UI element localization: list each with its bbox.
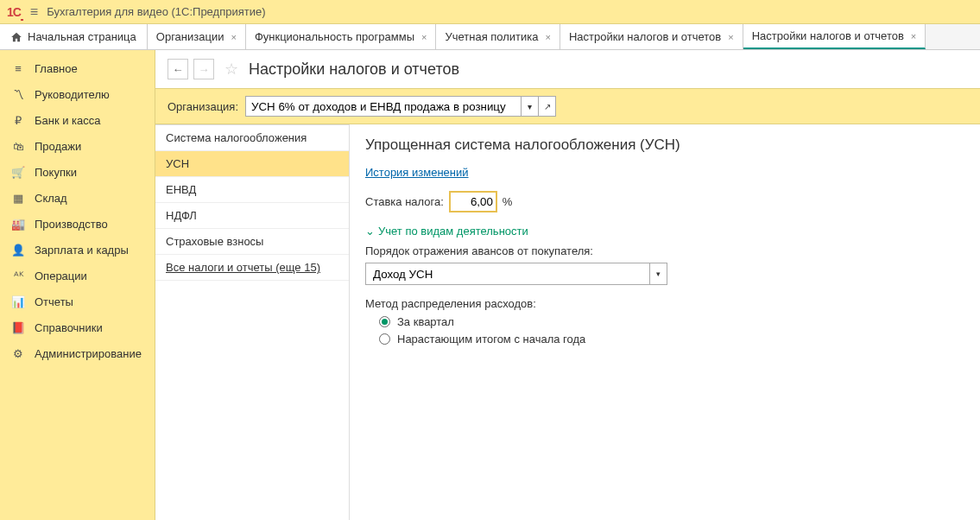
- ops-icon: ᴬᴷ: [10, 269, 26, 282]
- tab-label: Организации: [156, 30, 224, 43]
- sidebar-item-warehouse[interactable]: ▦Склад: [0, 185, 155, 211]
- sidebar-item-operations[interactable]: ᴬᴷОперации: [0, 263, 155, 289]
- gear-icon: ⚙: [10, 346, 26, 360]
- tabs-bar: Начальная страница Организации × Функцио…: [0, 24, 980, 50]
- settings-nav: Система налогообложения УСН ЕНВД НДФЛ Ст…: [155, 124, 350, 520]
- factory-icon: 🏭: [10, 217, 26, 231]
- radio-cumulative-label: Нарастающим итогом с начала года: [397, 333, 585, 346]
- sidebar-item-admin[interactable]: ⚙Администрирование: [0, 340, 155, 366]
- expand-activity-types[interactable]: ⌄ Учет по видам деятельности: [365, 225, 964, 238]
- close-icon[interactable]: ×: [231, 32, 236, 42]
- org-select: ▾ ↗: [245, 96, 556, 117]
- sidebar-label: Операции: [35, 270, 87, 282]
- book-icon: 📕: [10, 320, 26, 334]
- nav-usn[interactable]: УСН: [155, 151, 349, 177]
- nav-all-taxes-link[interactable]: Все налоги и отчеты (еще 15): [155, 255, 349, 281]
- tab-label: Учетная политика: [445, 30, 538, 43]
- sidebar-label: Справочники: [35, 321, 103, 334]
- cart-icon: 🛒: [10, 165, 26, 179]
- main-layout: ≡Главное 〽Руководителю ₽Банк и касса 🛍Пр…: [0, 50, 980, 520]
- home-icon: [10, 31, 22, 43]
- list-icon: ≡: [10, 61, 26, 75]
- sidebar-item-main[interactable]: ≡Главное: [0, 55, 155, 81]
- nav-insurance[interactable]: Страховые взносы: [155, 229, 349, 255]
- rate-input[interactable]: [449, 191, 497, 212]
- close-icon[interactable]: ×: [546, 32, 551, 42]
- bag-icon: 🛍: [10, 139, 26, 153]
- app-title: Бухгалтерия для видео (1С:Предприятие): [47, 5, 265, 18]
- tab-functionality[interactable]: Функциональность программы ×: [246, 24, 437, 49]
- menu-icon[interactable]: ≡: [30, 4, 38, 20]
- sidebar-label: Склад: [35, 192, 67, 205]
- person-icon: 👤: [10, 243, 26, 257]
- tab-accounting-policy[interactable]: Учетная политика ×: [436, 24, 560, 49]
- section-title: Упрощенная система налогообложения (УСН): [365, 136, 964, 154]
- radio-quarter-label: За квартал: [397, 315, 454, 328]
- tab-tax-settings-2[interactable]: Настройки налогов и отчетов ×: [743, 24, 926, 49]
- sidebar-item-catalogs[interactable]: 📕Справочники: [0, 314, 155, 340]
- ruble-icon: ₽: [10, 113, 26, 127]
- title-bar: 1C ≡ Бухгалтерия для видео (1С:Предприят…: [0, 0, 980, 24]
- sidebar-item-bank[interactable]: ₽Банк и касса: [0, 107, 155, 133]
- chart-icon: 〽: [10, 87, 26, 101]
- sidebar-label: Администрирование: [35, 347, 142, 360]
- star-icon[interactable]: ☆: [224, 60, 238, 79]
- nav-forward-button[interactable]: →: [193, 59, 214, 79]
- sidebar: ≡Главное 〽Руководителю ₽Банк и касса 🛍Пр…: [0, 50, 155, 520]
- nav-ndfl[interactable]: НДФЛ: [155, 203, 349, 229]
- logo-1c: 1C: [7, 5, 23, 19]
- method-label: Метод распределения расходов:: [365, 297, 964, 310]
- history-link[interactable]: История изменений: [365, 166, 469, 179]
- nav-tax-system[interactable]: Система налогообложения: [155, 124, 349, 151]
- tab-organizations[interactable]: Организации ×: [148, 24, 246, 49]
- tab-home[interactable]: Начальная страница: [0, 24, 148, 49]
- sidebar-label: Отчеты: [35, 295, 73, 308]
- sidebar-label: Производство: [35, 218, 108, 231]
- tab-label: Функциональность программы: [255, 30, 414, 43]
- advance-dropdown-button[interactable]: ▾: [650, 263, 667, 285]
- rate-label: Ставка налога:: [365, 195, 444, 208]
- rate-row: Ставка налога: %: [365, 191, 964, 212]
- sidebar-label: Главное: [35, 62, 78, 75]
- advance-label: Порядок отражения авансов от покупателя:: [365, 244, 964, 257]
- bar-icon: 📊: [10, 295, 26, 308]
- radio-quarter-row: За квартал: [365, 315, 964, 328]
- expand-label: Учет по видам деятельности: [378, 225, 528, 238]
- sidebar-item-sales[interactable]: 🛍Продажи: [0, 133, 155, 159]
- nav-envd[interactable]: ЕНВД: [155, 177, 349, 203]
- sidebar-label: Руководителю: [35, 88, 110, 101]
- tab-label: Настройки налогов и отчетов: [752, 29, 904, 42]
- chevron-down-icon: ⌄: [365, 225, 375, 238]
- radio-cumulative[interactable]: [379, 333, 390, 345]
- org-dropdown-button[interactable]: ▾: [522, 96, 539, 117]
- close-icon[interactable]: ×: [911, 31, 916, 41]
- tab-home-label: Начальная страница: [28, 30, 136, 43]
- organization-bar: Организация: ▾ ↗: [155, 88, 980, 124]
- radio-quarter[interactable]: [379, 316, 390, 327]
- sidebar-label: Покупки: [35, 166, 77, 179]
- content-area: ← → ☆ Настройки налогов и отчетов Органи…: [155, 50, 980, 520]
- close-icon[interactable]: ×: [728, 32, 733, 42]
- org-input[interactable]: [245, 96, 522, 117]
- content-body: Система налогообложения УСН ЕНВД НДФЛ Ст…: [155, 124, 980, 520]
- rate-unit: %: [503, 195, 513, 208]
- nav-back-button[interactable]: ←: [168, 59, 188, 79]
- tab-tax-settings-1[interactable]: Настройки налогов и отчетов ×: [560, 24, 743, 49]
- page-title: Настройки налогов и отчетов: [249, 60, 459, 79]
- page-header: ← → ☆ Настройки налогов и отчетов: [155, 50, 980, 88]
- advance-input[interactable]: [365, 263, 650, 285]
- sidebar-label: Банк и касса: [35, 114, 101, 127]
- sidebar-label: Продажи: [35, 140, 81, 153]
- sidebar-item-purchases[interactable]: 🛒Покупки: [0, 159, 155, 185]
- sidebar-item-manager[interactable]: 〽Руководителю: [0, 81, 155, 107]
- boxes-icon: ▦: [10, 191, 26, 205]
- sidebar-item-production[interactable]: 🏭Производство: [0, 211, 155, 237]
- radio-cumulative-row: Нарастающим итогом с начала года: [365, 333, 964, 346]
- org-label: Организация:: [168, 100, 238, 113]
- sidebar-item-reports[interactable]: 📊Отчеты: [0, 289, 155, 314]
- org-open-button[interactable]: ↗: [539, 96, 556, 117]
- sidebar-item-salary[interactable]: 👤Зарплата и кадры: [0, 237, 155, 263]
- close-icon[interactable]: ×: [421, 32, 427, 42]
- sidebar-label: Зарплата и кадры: [35, 244, 129, 257]
- tab-label: Настройки налогов и отчетов: [569, 30, 721, 43]
